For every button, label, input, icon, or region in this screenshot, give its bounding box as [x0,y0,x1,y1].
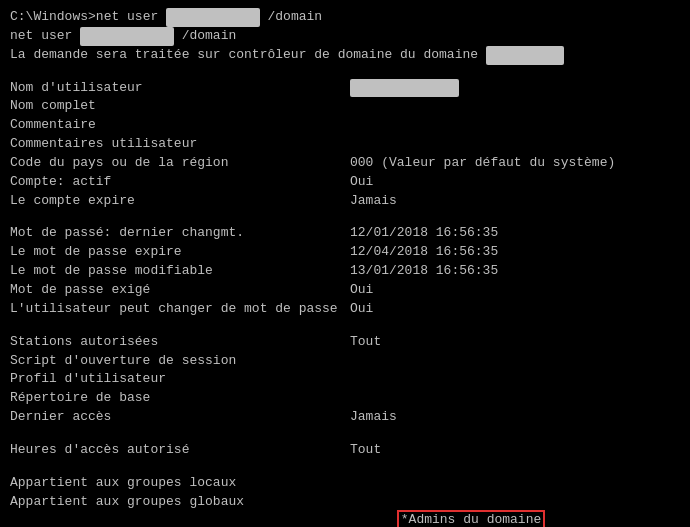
spacer-2 [10,210,680,224]
label-commentaire: Commentaire [10,116,350,135]
domain-request-line: La demande sera traitée sur contrôleur d… [10,46,680,65]
row-profil: Profil d'utilisateur [10,370,680,389]
label-profil: Profil d'utilisateur [10,370,350,389]
domain-request-text: La demande sera traitée sur contrôleur d… [10,46,486,65]
label-stations: Stations autorisées [10,333,350,352]
row-commentaire: Commentaire [10,116,680,135]
row-groupes-locaux: Appartient aux groupes locaux [10,474,680,493]
value-stations: Tout [350,333,381,352]
label-compte-expire: Le compte expire [10,192,350,211]
value-compte-actif: Oui [350,173,373,192]
command-line-1: C:\Windows> net user /domain [10,8,680,27]
label-groupes-locaux: Appartient aux groupes locaux [10,474,350,493]
domain-flag: /domain [174,27,236,46]
label-code-pays: Code du pays ou de la région [10,154,350,173]
label-passe-expire: Le mot de passe expire [10,243,350,262]
label-compte-actif: Compte: actif [10,173,350,192]
username-blurred-1 [166,8,260,27]
label-passe-modifiable: Le mot de passe modifiable [10,262,350,281]
row-passe-expire: Le mot de passe expire 12/04/2018 16:56:… [10,243,680,262]
row-heures-acces: Heures d'accès autorisé Tout [10,441,680,460]
row-commentaires-utilisateur: Commentaires utilisateur [10,135,680,154]
prompt: C:\Windows> [10,8,96,27]
username-blurred-2 [80,27,174,46]
command-line-2: net user /domain [10,27,680,46]
net-user-label: net user [10,27,80,46]
label-nom-utilisateur: Nom d'utilisateur [10,79,350,98]
label-groupes-globaux: Appartient aux groupes globaux [10,493,350,527]
row-script: Script d'ouverture de session [10,352,680,371]
value-compte-expire: Jamais [350,192,397,211]
label-repertoire: Répertoire de base [10,389,350,408]
cmd-part1: net user [96,8,166,27]
row-dernier-acces: Dernier accès Jamais [10,408,680,427]
row-groupes-globaux: Appartient aux groupes globaux *Admins d… [10,493,680,527]
value-groupes-globaux: *Admins du domaine [350,493,545,527]
row-passe-modifiable: Le mot de passe modifiable 13/01/2018 16… [10,262,680,281]
row-nom-complet: Nom complet [10,97,680,116]
row-compte-expire: Le compte expire Jamais [10,192,680,211]
spacer-3 [10,319,680,333]
value-passe-expire: 12/04/2018 16:56:35 [350,243,498,262]
terminal-window: C:\Windows> net user /domain net user /d… [0,0,690,527]
value-passe-modifiable: 13/01/2018 16:56:35 [350,262,498,281]
label-nom-complet: Nom complet [10,97,350,116]
label-dernier-acces: Dernier accès [10,408,350,427]
value-dernier-acces: Jamais [350,408,397,427]
label-script: Script d'ouverture de session [10,352,350,371]
spacer-4 [10,427,680,441]
value-nom-utilisateur [350,79,459,98]
value-code-pays: 000 (Valeur par défaut du système) [350,154,615,173]
row-passe-exige: Mot de passe exigé Oui [10,281,680,300]
label-heures-acces: Heures d'accès autorisé [10,441,350,460]
label-passe-changer: L'utilisateur peut changer de mot de pas… [10,300,350,319]
label-commentaires-utilisateur: Commentaires utilisateur [10,135,350,154]
spacer-1 [10,65,680,79]
row-stations: Stations autorisées Tout [10,333,680,352]
admins-du-domaine-highlight: *Admins du domaine [397,510,545,527]
row-code-pays: Code du pays ou de la région 000 (Valeur… [10,154,680,173]
row-compte-actif: Compte: actif Oui [10,173,680,192]
row-passe-changer: L'utilisateur peut changer de mot de pas… [10,300,680,319]
label-passe-exige: Mot de passe exigé [10,281,350,300]
row-passe-changmt: Mot de passé: dernier changmt. 12/01/201… [10,224,680,243]
cmd-part2: /domain [260,8,322,27]
row-nom-utilisateur: Nom d'utilisateur [10,79,680,98]
value-passe-changmt: 12/01/2018 16:56:35 [350,224,498,243]
value-passe-changer: Oui [350,300,373,319]
value-passe-exige: Oui [350,281,373,300]
domain-blurred [486,46,564,65]
row-repertoire: Répertoire de base [10,389,680,408]
spacer-5 [10,460,680,474]
value-heures-acces: Tout [350,441,381,460]
label-passe-changmt: Mot de passé: dernier changmt. [10,224,350,243]
